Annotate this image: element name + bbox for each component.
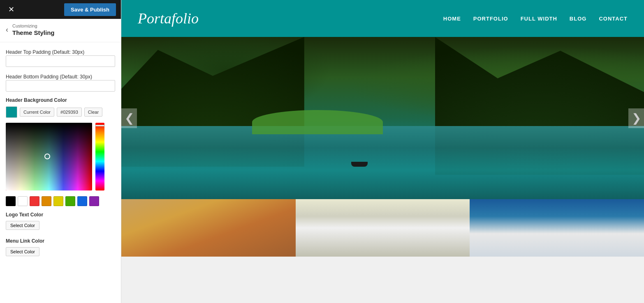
header-bottom-padding-input[interactable]	[6, 80, 115, 92]
hero-green-field	[252, 110, 383, 134]
preview-area: ❮ ❯	[121, 37, 644, 303]
hero-boat	[351, 162, 368, 167]
hero-image: ❮ ❯	[121, 37, 644, 199]
clear-button[interactable]: Clear	[84, 108, 102, 117]
color-swatch[interactable]	[6, 106, 17, 118]
hue-slider[interactable]	[95, 123, 104, 191]
preset-white[interactable]	[18, 196, 28, 206]
prev-arrow-button[interactable]: ❮	[121, 108, 137, 128]
theme-styling-label: Theme Styling	[12, 29, 55, 37]
hue-thumb	[95, 125, 104, 126]
nav-fullwidth[interactable]: FULL WIDTH	[521, 16, 557, 22]
sidebar-title-area: ‹ Customizing Theme Styling	[0, 19, 121, 42]
thumb-desert[interactable]	[121, 199, 296, 257]
header-bg-color-label: Header Background Color	[6, 97, 115, 103]
thumbnails	[121, 199, 644, 257]
nav-home[interactable]: HOME	[443, 16, 461, 22]
site-nav: HOME PORTFOLIO FULL WIDTH BLOG CONTACT	[443, 16, 628, 22]
hex-value-button[interactable]: #029393	[57, 108, 82, 117]
spectrum-gradient	[6, 123, 92, 191]
header-bottom-padding-label: Header Bottom Padding (Default: 30px)	[6, 74, 92, 80]
preset-black[interactable]	[6, 196, 16, 206]
thumb-mountain[interactable]	[470, 199, 644, 257]
header-top-padding-input[interactable]	[6, 55, 115, 67]
color-presets	[6, 196, 115, 206]
customizing-label: Customizing	[12, 23, 55, 29]
hero-water	[121, 126, 644, 199]
thumb-rocket[interactable]	[296, 199, 470, 257]
menu-link-color-label: Menu Link Color	[6, 238, 115, 244]
logo-select-color-button[interactable]: Select Color	[6, 221, 39, 230]
site-header: Portafolio HOME PORTFOLIO FULL WIDTH BLO…	[121, 0, 644, 37]
menu-select-color-button[interactable]: Select Color	[6, 247, 39, 256]
preset-blue[interactable]	[77, 196, 87, 206]
hue-slider-container	[95, 123, 104, 191]
preset-yellow[interactable]	[53, 196, 63, 206]
nav-portfolio[interactable]: PORTFOLIO	[473, 16, 508, 22]
site-logo: Portafolio	[138, 10, 199, 27]
next-arrow-button[interactable]: ❯	[628, 108, 644, 128]
color-row: Current Color #029393 Clear	[6, 106, 115, 118]
preset-purple[interactable]	[89, 196, 99, 206]
preset-orange[interactable]	[42, 196, 51, 206]
nav-blog[interactable]: BLOG	[570, 16, 587, 22]
current-color-button[interactable]: Current Color	[20, 108, 54, 117]
sidebar-content: Header Top Padding (Default: 30px) Heade…	[0, 42, 121, 303]
save-publish-button[interactable]: Save & Publish	[64, 3, 116, 16]
back-button[interactable]: ‹	[6, 25, 8, 34]
sidebar-header: ✕ Save & Publish	[0, 0, 121, 19]
preset-green[interactable]	[65, 196, 75, 206]
header-top-padding-label: Header Top Padding (Default: 30px)	[6, 49, 84, 55]
close-button[interactable]: ✕	[5, 3, 18, 16]
nav-contact[interactable]: CONTACT	[599, 16, 628, 22]
title-text: Customizing Theme Styling	[12, 23, 55, 37]
color-spectrum[interactable]	[6, 123, 92, 191]
logo-text-color-label: Logo Text Color	[6, 212, 115, 218]
main-preview: Portafolio HOME PORTFOLIO FULL WIDTH BLO…	[121, 0, 644, 303]
customizer-sidebar: ✕ Save & Publish ‹ Customizing Theme Sty…	[0, 0, 121, 303]
color-picker	[6, 123, 115, 191]
preset-red[interactable]	[30, 196, 39, 206]
